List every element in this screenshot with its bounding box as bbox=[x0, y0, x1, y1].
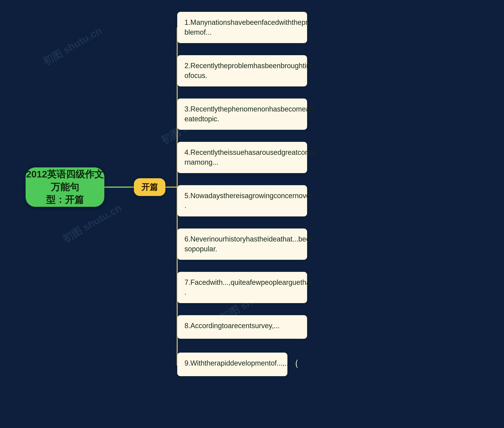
leaf-5-text: 5.Nowadaysthereisagrowingconcernover.. . bbox=[185, 192, 316, 210]
watermark-3: 初图 shutu.cn bbox=[60, 201, 124, 246]
leaf-node-1: 1.Manynationshavebeenfacedwiththepro ble… bbox=[177, 12, 307, 43]
leaf-4-text: 4.Recentlytheissuehasarousedgreatconce r… bbox=[185, 148, 316, 166]
mindmap-container: 初图 shutu.cn 初图 shutu.cn 初图 shutu.cn 初图 s… bbox=[0, 0, 504, 428]
leaf-9-text: 9.Withtherapiddevelopmentof...,... bbox=[185, 359, 290, 367]
leaf-2-text: 2.Recentlytheproblemhasbeenbroughtint of… bbox=[185, 62, 312, 80]
leaf-7-text: 7.Facedwith...,quiteafewpeoplearguethat.… bbox=[185, 278, 316, 296]
watermark-1: 初图 shutu.cn bbox=[40, 24, 104, 69]
leaf-node-8: 8.Accordingtoarecentsurvey,... bbox=[177, 315, 307, 339]
leaf-node-2: 2.Recentlytheproblemhasbeenbroughtint of… bbox=[177, 55, 307, 86]
leaf-8-text: 8.Accordingtoarecentsurvey,... bbox=[185, 322, 280, 330]
leaf-node-6: 6.Neverinourhistoryhastheideathat...been… bbox=[177, 229, 307, 260]
leaf-node-4: 4.Recentlytheissuehasarousedgreatconce r… bbox=[177, 142, 307, 173]
branch-node-kaipian: 开篇 bbox=[134, 178, 165, 196]
center-node-label: 2012英语四级作文万能句 型：开篇 bbox=[26, 168, 104, 206]
leaf-node-7: 7.Facedwith...,quiteafewpeoplearguethat.… bbox=[177, 272, 307, 303]
leaf-node-3: 3.Recentlythephenomenonhasbecomeah eated… bbox=[177, 99, 307, 130]
bracket-indicator: （ bbox=[289, 356, 299, 370]
leaf-3-text: 3.Recentlythephenomenonhasbecomeah eated… bbox=[185, 105, 314, 123]
leaf-6-text: 6.Neverinourhistoryhastheideathat...been… bbox=[185, 235, 314, 253]
branch-node-label: 开篇 bbox=[141, 181, 158, 193]
leaf-node-5: 5.Nowadaysthereisagrowingconcernover.. . bbox=[177, 185, 307, 216]
center-node: 2012英语四级作文万能句 型：开篇 bbox=[26, 167, 104, 207]
leaf-node-9: 9.Withtherapiddevelopmentof...,... bbox=[177, 353, 287, 376]
leaf-1-text: 1.Manynationshavebeenfacedwiththepro ble… bbox=[185, 18, 312, 36]
